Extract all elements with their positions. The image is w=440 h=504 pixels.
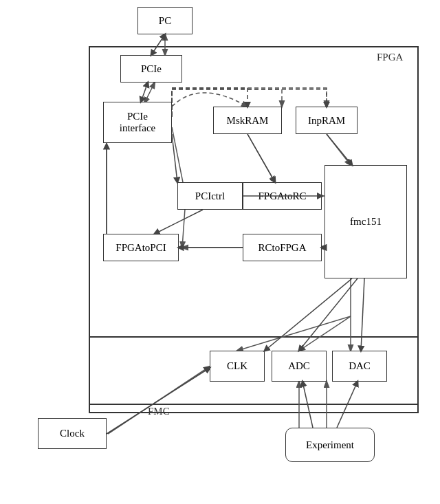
svg-line-25 [172, 134, 177, 182]
pcie-interface-box: PCIeinterface [103, 102, 172, 143]
svg-line-29 [155, 210, 203, 234]
svg-line-32 [265, 278, 352, 351]
dac-box: DAC [332, 351, 387, 382]
svg-line-15 [299, 316, 351, 351]
pcie-box: PCIe [120, 55, 182, 83]
rctofpga-box: RCtoFPGA [243, 234, 322, 261]
clock-box: Clock [38, 418, 107, 449]
clk-box: CLK [210, 351, 265, 382]
mskram-box: MskRAM [213, 107, 282, 134]
inpram-box: InpRAM [296, 107, 358, 134]
fpgatopci-box: FPGAtoPCI [103, 234, 179, 261]
svg-line-31 [327, 134, 352, 165]
pc-box: PC [138, 7, 192, 34]
svg-line-36 [302, 382, 313, 428]
svg-line-34 [361, 278, 364, 351]
svg-line-3 [144, 83, 155, 103]
fpgatorc-box: FPGAtoRC [243, 182, 322, 210]
svg-line-10 [248, 134, 275, 182]
svg-line-30 [248, 134, 275, 182]
svg-line-37 [337, 382, 358, 428]
svg-line-23 [151, 34, 165, 55]
experiment-box: Experiment [285, 428, 375, 462]
fpga-label: FPGA [377, 52, 403, 63]
pcictrl-box: PCIctrl [177, 182, 243, 210]
adc-box: ADC [272, 351, 327, 382]
svg-line-33 [299, 278, 358, 351]
svg-line-24 [141, 83, 148, 102]
svg-line-16 [237, 316, 351, 351]
svg-line-11 [327, 134, 351, 165]
svg-line-35 [107, 368, 210, 434]
diagram: PC PCIe PCIeinterface PCIctrl FPGAtoPCI … [0, 0, 440, 504]
svg-line-17 [108, 366, 210, 434]
fmc151-box: fmc151 [324, 165, 407, 278]
fmc-label: FMC [148, 406, 170, 417]
